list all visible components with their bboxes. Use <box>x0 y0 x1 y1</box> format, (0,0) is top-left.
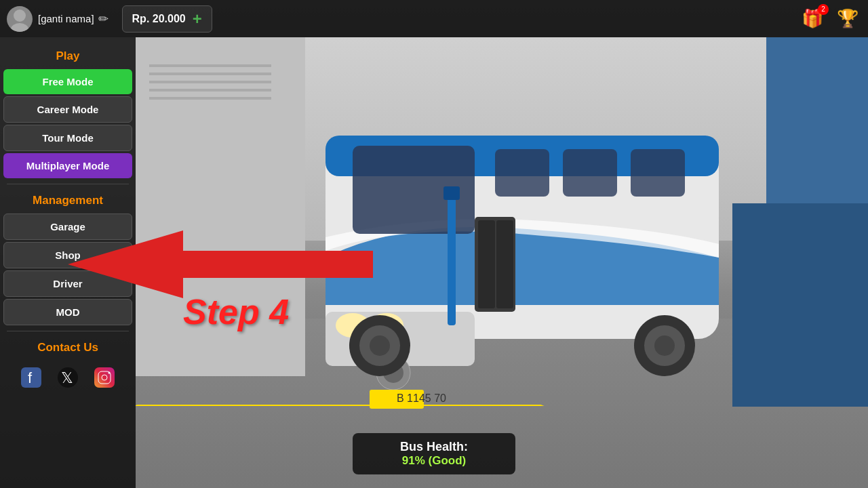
divider-2 <box>7 331 129 331</box>
svg-point-24 <box>14 9 26 22</box>
svg-rect-23 <box>443 186 460 200</box>
gift-icon-container[interactable]: 🎁 2 <box>799 5 826 33</box>
sidebar: Play Free Mode Career Mode Tour Mode Mul… <box>0 37 136 488</box>
divider-1 <box>7 184 129 184</box>
career-mode-button[interactable]: Career Mode <box>3 96 132 123</box>
money-amount: Rp. 20.000 <box>132 13 186 25</box>
bus-health-value: 91% (Good) <box>373 454 495 468</box>
svg-rect-7 <box>478 220 495 308</box>
money-display: Rp. 20.000 + <box>122 5 212 33</box>
play-section-title: Play <box>0 45 136 67</box>
top-bar: [ganti nama] ✏ Rp. 20.000 + 🎁 2 🏆 <box>0 0 868 37</box>
driver-button[interactable]: Driver <box>3 270 132 297</box>
facebook-icon[interactable]: f <box>19 365 43 390</box>
svg-text:𝕏: 𝕏 <box>61 369 73 386</box>
multiplayer-mode-button[interactable]: Multiplayer Mode <box>3 153 132 178</box>
garage-button[interactable]: Garage <box>3 214 132 240</box>
gift-badge: 2 <box>818 4 829 15</box>
svg-point-33 <box>108 372 111 374</box>
mod-button[interactable]: MOD <box>3 299 132 325</box>
svg-point-21 <box>654 336 675 356</box>
floor-line <box>134 405 544 406</box>
instagram-icon[interactable] <box>92 365 117 390</box>
bus-display: B 1145 70 <box>271 81 780 434</box>
management-section-title: Management <box>0 190 136 211</box>
trophy-icon: 🏆 <box>837 8 859 29</box>
bus-health-label: Bus Health: <box>373 440 495 454</box>
tour-mode-button[interactable]: Tour Mode <box>3 125 132 151</box>
svg-rect-4 <box>563 149 617 197</box>
trophy-icon-container[interactable]: 🏆 <box>834 5 861 33</box>
shop-button[interactable]: Shop <box>3 242 132 268</box>
free-mode-button[interactable]: Free Mode <box>3 69 132 94</box>
add-money-button[interactable]: + <box>193 9 202 28</box>
avatar[interactable] <box>7 6 33 32</box>
svg-rect-3 <box>495 149 549 197</box>
top-right-icons: 🎁 2 🏆 <box>799 5 861 33</box>
edit-icon[interactable]: ✏ <box>98 12 108 26</box>
bus-health-display: Bus Health: 91% (Good) <box>353 433 515 474</box>
svg-rect-22 <box>448 190 456 325</box>
svg-point-25 <box>11 23 28 32</box>
svg-rect-5 <box>631 149 685 197</box>
svg-rect-8 <box>496 220 513 308</box>
svg-point-18 <box>370 336 390 356</box>
svg-text:B 1145 70: B 1145 70 <box>397 392 446 404</box>
svg-text:f: f <box>28 369 33 386</box>
contact-section-title: Contact Us <box>0 337 136 359</box>
svg-rect-30 <box>94 367 115 388</box>
social-icons: f 𝕏 <box>0 359 136 396</box>
player-name: [ganti nama] <box>38 13 94 24</box>
twitter-x-icon[interactable]: 𝕏 <box>56 365 80 390</box>
